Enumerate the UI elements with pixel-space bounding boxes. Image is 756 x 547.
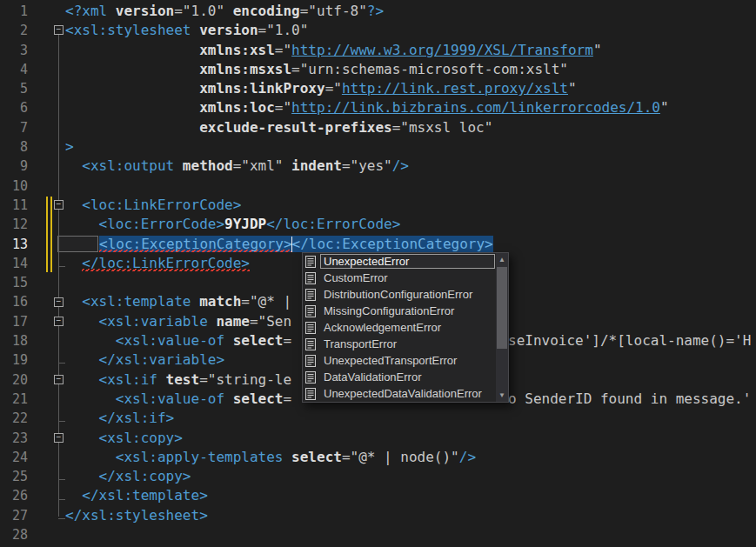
line-number[interactable]: 28 bbox=[0, 525, 28, 544]
code-line[interactable]: 27</xsl:stylesheet> bbox=[0, 506, 756, 525]
code-line[interactable]: 23 <xsl:copy> bbox=[0, 429, 756, 448]
line-number[interactable]: 2 bbox=[0, 21, 28, 40]
code-line[interactable]: 11 <loc:LinkErrorCode> bbox=[0, 196, 756, 215]
autocomplete-scrollbar[interactable]: ▲ ▼ bbox=[496, 253, 508, 402]
code-line[interactable]: 8> bbox=[0, 137, 756, 157]
code-token: ="xml" bbox=[233, 157, 291, 174]
line-number[interactable]: 10 bbox=[0, 177, 28, 196]
line-number[interactable]: 14 bbox=[0, 254, 28, 273]
autocomplete-item[interactable]: TransportError bbox=[303, 336, 508, 352]
code-line[interactable]: 25 </xsl:copy> bbox=[0, 467, 756, 486]
code-token: > bbox=[65, 138, 74, 155]
line-number[interactable]: 7 bbox=[0, 118, 28, 137]
outline-end-stub bbox=[58, 479, 65, 480]
collapse-toggle-icon[interactable]: − bbox=[54, 317, 64, 326]
line-number[interactable]: 16 bbox=[0, 292, 28, 311]
code-line[interactable]: 7 exclude-result-prefixes="msxsl loc" bbox=[0, 118, 756, 137]
code-token: </xsl:template> bbox=[82, 487, 208, 504]
line-number[interactable]: 1 bbox=[0, 2, 28, 21]
code-line[interactable]: 1<?xml version="1.0" encoding="utf-8"?> bbox=[0, 2, 756, 21]
code-token: name bbox=[216, 313, 250, 330]
code-line[interactable]: 9 <xsl:output method="xml" indent="yes"/… bbox=[0, 157, 756, 176]
line-number[interactable]: 22 bbox=[0, 409, 28, 428]
code-token: ="utf-8" bbox=[300, 3, 367, 19]
collapse-toggle-icon[interactable]: − bbox=[54, 433, 64, 443]
code-text: xmlns:msxsl="urn:schemas-microsoft-com:x… bbox=[65, 60, 568, 79]
collapse-toggle-icon[interactable]: − bbox=[54, 200, 64, 210]
line-number[interactable]: 9 bbox=[0, 157, 28, 176]
collapse-toggle-icon[interactable]: − bbox=[54, 375, 64, 384]
scroll-down-icon[interactable]: ▼ bbox=[496, 390, 508, 401]
autocomplete-item-label: DataValidationError bbox=[320, 370, 495, 384]
code-token: /> bbox=[392, 157, 409, 174]
line-number[interactable]: 5 bbox=[0, 79, 28, 98]
code-line[interactable]: 5 xmlns:linkProxy="http://link.rest.prox… bbox=[0, 79, 756, 98]
code-token: <loc:LinkErrorCode> bbox=[82, 197, 241, 213]
autocomplete-item[interactable]: UnexpectedError bbox=[303, 253, 508, 270]
line-number[interactable]: 26 bbox=[0, 486, 28, 505]
code-token: </xsl:stylesheet> bbox=[65, 507, 208, 524]
line-number[interactable]: 21 bbox=[0, 390, 28, 409]
line-number[interactable]: 23 bbox=[0, 429, 28, 448]
code-token: ="@* | node()" bbox=[342, 449, 459, 465]
autocomplete-popup: UnexpectedErrorCustomErrorDistributionCo… bbox=[302, 252, 509, 403]
line-number[interactable]: 24 bbox=[0, 448, 28, 467]
code-line[interactable]: 22 </xsl:if> bbox=[0, 409, 756, 428]
code-token: version bbox=[116, 3, 174, 19]
code-text: <xsl:if test="string-le bbox=[65, 370, 291, 390]
code-token: =" bbox=[275, 99, 291, 116]
line-number[interactable]: 17 bbox=[0, 312, 28, 331]
code-token: xmlns:loc bbox=[199, 99, 275, 116]
code-token: " bbox=[660, 99, 669, 116]
code-line[interactable]: 6 xmlns:loc="http://link.bizbrains.com/l… bbox=[0, 98, 756, 117]
collapse-toggle-icon[interactable]: − bbox=[54, 25, 64, 35]
autocomplete-item[interactable]: DistributionConfigurationError bbox=[303, 286, 508, 303]
code-line[interactable]: 3 xmlns:xsl="http://www.w3.org/1999/XSL/… bbox=[0, 41, 756, 60]
code-token: match bbox=[199, 293, 241, 310]
code-token: ="1.0" bbox=[258, 22, 309, 38]
autocomplete-item-label: CustomError bbox=[320, 270, 495, 285]
line-number[interactable]: 15 bbox=[0, 273, 28, 292]
code-line[interactable]: 12 <loc:ErrorCode>9YJDP</loc:ErrorCode> bbox=[0, 215, 756, 234]
code-line[interactable]: 2<xsl:stylesheet version="1.0" bbox=[0, 21, 756, 40]
scroll-up-icon[interactable]: ▲ bbox=[496, 254, 508, 265]
line-number[interactable]: 11 bbox=[0, 196, 28, 215]
autocomplete-item[interactable]: AcknowledgementError bbox=[303, 319, 508, 336]
code-line[interactable]: 13<loc:ExceptionCategory></loc:Exception… bbox=[0, 235, 756, 254]
scrollbar-thumb[interactable] bbox=[497, 267, 507, 349]
line-number[interactable]: 18 bbox=[0, 331, 28, 350]
code-token: " bbox=[568, 80, 577, 97]
line-number[interactable]: 27 bbox=[0, 506, 28, 525]
autocomplete-item[interactable]: CustomError bbox=[303, 270, 508, 286]
autocomplete-item[interactable]: UnexpectedTransportError bbox=[303, 352, 508, 369]
collapse-toggle-icon[interactable]: − bbox=[54, 297, 64, 307]
code-text: </xsl:variable> bbox=[65, 350, 224, 370]
code-token: http://link.bizbrains.com/linkerrorcodes… bbox=[291, 99, 660, 116]
code-token: ="Sen bbox=[250, 313, 291, 330]
code-line[interactable]: 4 xmlns:msxsl="urn:schemas-microsoft-com… bbox=[0, 60, 756, 79]
line-number[interactable]: 4 bbox=[0, 60, 28, 79]
code-line[interactable]: 26 </xsl:template> bbox=[0, 486, 756, 505]
line-number[interactable]: 19 bbox=[0, 350, 28, 370]
code-token: http://www.w3.org/1999/XSL/Transform bbox=[291, 42, 593, 58]
line-number[interactable]: 6 bbox=[0, 98, 28, 117]
code-line[interactable]: 10 bbox=[0, 177, 756, 196]
code-text: xmlns:linkProxy="http://link.rest.proxy/… bbox=[65, 79, 577, 98]
code-line[interactable]: 28 bbox=[0, 525, 756, 544]
line-number[interactable]: 25 bbox=[0, 467, 28, 486]
code-line[interactable]: 24 <xsl:apply-templates select="@* | nod… bbox=[0, 448, 756, 467]
autocomplete-item-label: TransportError bbox=[320, 337, 495, 351]
autocomplete-item[interactable]: DataValidationError bbox=[303, 369, 508, 385]
autocomplete-item[interactable]: UnexpectedDataValidationError bbox=[303, 385, 508, 402]
autocomplete-item[interactable]: MissingConfigurationError bbox=[303, 303, 508, 319]
code-text: <xsl:value-of select= bbox=[65, 331, 291, 350]
document-icon bbox=[305, 322, 320, 334]
line-number[interactable]: 12 bbox=[0, 215, 28, 234]
code-token: =" bbox=[275, 42, 291, 58]
line-number[interactable]: 8 bbox=[0, 137, 28, 157]
line-number[interactable]: 20 bbox=[0, 370, 28, 390]
code-token: xmlns:xsl bbox=[199, 42, 275, 58]
line-number[interactable]: 3 bbox=[0, 41, 28, 60]
line-number[interactable]: 13 bbox=[0, 235, 28, 254]
code-token: test bbox=[166, 371, 200, 388]
